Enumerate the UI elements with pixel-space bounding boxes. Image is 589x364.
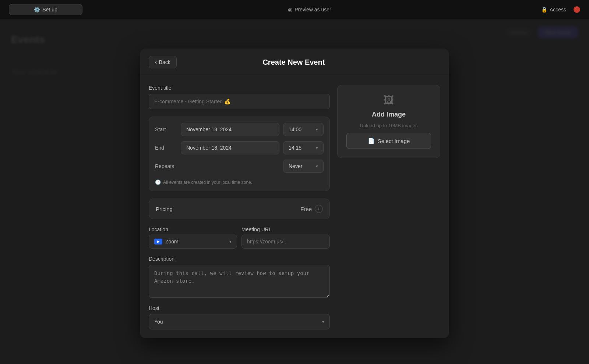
modal-overlay: ‹ Back Create New Event Event title xyxy=(0,38,589,364)
file-icon: 📄 xyxy=(368,138,375,144)
end-date-value: November 18, 2024 xyxy=(186,145,232,151)
select-image-label: Select Image xyxy=(378,138,410,144)
image-placeholder-icon: 🖼 xyxy=(384,94,394,106)
modal-body: Event title Start November 18, 2024 xyxy=(140,76,449,338)
access-label: Access xyxy=(550,7,566,13)
meeting-url-label: Meeting URL xyxy=(241,226,330,232)
create-event-modal: ‹ Back Create New Event Event title xyxy=(140,49,449,338)
start-time-select[interactable]: 14:00 ▾ xyxy=(283,123,324,136)
host-section: Host You ▾ xyxy=(149,305,330,329)
timezone-text: All events are created in your local tim… xyxy=(163,180,252,185)
meeting-url-input[interactable] xyxy=(241,235,330,249)
event-title-input[interactable] xyxy=(149,94,330,109)
timezone-notice: 🕐 All events are created in your local t… xyxy=(155,178,324,185)
location-row: Location ▶ Zoom ▾ Meetin xyxy=(149,226,330,249)
modal-title: Create New Event xyxy=(262,58,325,67)
right-controls: Settings New event xyxy=(504,26,578,38)
end-time-select[interactable]: 14:15 ▾ xyxy=(283,141,324,154)
start-date-select[interactable]: November 18, 2024 xyxy=(181,123,279,136)
description-section: Description During this call, we will re… xyxy=(149,256,330,298)
gear-icon: ⚙️ xyxy=(34,7,40,13)
description-label: Description xyxy=(149,256,330,262)
repeats-select[interactable]: Never ▾ xyxy=(283,160,324,173)
location-value: Zoom xyxy=(165,239,179,245)
chevron-down-icon: ▾ xyxy=(322,320,324,324)
end-date-select[interactable]: November 18, 2024 xyxy=(181,141,279,154)
top-nav: ⚙️ Set up ◎ Preview as user 🔒 Access 🚫 xyxy=(0,0,589,19)
location-label: Location xyxy=(149,226,237,232)
zoom-icon: ▶ xyxy=(154,239,162,245)
nav-left: ⚙️ Set up xyxy=(9,4,82,15)
chevron-down-icon: ▾ xyxy=(229,239,232,244)
start-date-value: November 18, 2024 xyxy=(186,126,232,132)
add-image-title: Add Image xyxy=(372,111,406,118)
preview-label: Preview as user xyxy=(294,7,331,13)
form-section: Event title Start November 18, 2024 xyxy=(149,85,330,329)
settings-pill: Settings xyxy=(504,28,533,38)
description-textarea[interactable]: During this call, we will review how to … xyxy=(149,265,330,298)
preview-button[interactable]: ◎ Preview as user xyxy=(282,4,337,15)
new-event-bg-button: New event xyxy=(538,26,578,38)
image-card: 🖼 Add Image Upload up to 10MB images 📄 S… xyxy=(337,85,440,158)
left-arrow-icon: ‹ xyxy=(155,59,157,65)
chevron-down-icon: ▾ xyxy=(316,146,318,150)
start-row: Start November 18, 2024 14:00 ▾ xyxy=(155,123,324,136)
nav-right: 🔒 Access 🚫 xyxy=(537,4,580,15)
pricing-card[interactable]: Pricing Free + xyxy=(149,199,330,219)
host-select[interactable]: You ▾ xyxy=(149,314,330,329)
start-time-value: 14:00 xyxy=(289,126,301,132)
back-button[interactable]: ‹ Back xyxy=(149,56,177,68)
image-panel: 🖼 Add Image Upload up to 10MB images 📄 S… xyxy=(337,85,440,329)
select-image-button[interactable]: 📄 Select Image xyxy=(346,133,431,149)
start-label: Start xyxy=(155,126,177,132)
datetime-card: Start November 18, 2024 14:00 ▾ End xyxy=(149,117,330,191)
pricing-label: Pricing xyxy=(156,206,173,212)
host-label: Host xyxy=(149,305,330,311)
nav-center: ◎ Preview as user xyxy=(282,4,337,15)
ban-icon: 🚫 xyxy=(574,6,580,13)
back-label: Back xyxy=(159,59,170,65)
meeting-url-col: Meeting URL xyxy=(241,226,330,249)
access-button[interactable]: 🔒 Access xyxy=(537,4,571,15)
location-select[interactable]: ▶ Zoom ▾ xyxy=(149,235,237,249)
event-title-group: Event title xyxy=(149,85,330,109)
host-value: You xyxy=(154,319,163,325)
location-col: Location ▶ Zoom ▾ xyxy=(149,226,237,249)
modal-header: ‹ Back Create New Event xyxy=(140,49,449,76)
location-section: Location ▶ Zoom ▾ Meetin xyxy=(149,226,330,249)
event-title-label: Event title xyxy=(149,85,330,91)
clock-icon: 🕐 xyxy=(155,179,161,185)
end-row: End November 18, 2024 14:15 ▾ xyxy=(155,141,324,154)
pricing-value: Free xyxy=(300,206,312,212)
end-time-value: 14:15 xyxy=(289,145,301,151)
repeats-value: Never xyxy=(289,163,302,169)
lock-icon: 🔒 xyxy=(541,7,547,13)
setup-label: Set up xyxy=(42,7,57,13)
repeats-label: Repeats xyxy=(155,163,177,169)
end-label: End xyxy=(155,145,177,151)
setup-button[interactable]: ⚙️ Set up xyxy=(9,4,82,15)
background-area: Events Your schedule Settings New event … xyxy=(0,19,589,364)
image-upload-subtitle: Upload up to 10MB images xyxy=(360,123,418,128)
add-pricing-button[interactable]: + xyxy=(315,205,323,213)
eye-icon: ◎ xyxy=(288,7,292,13)
chevron-down-icon: ▾ xyxy=(316,164,318,169)
pricing-value-group: Free + xyxy=(300,205,323,213)
chevron-down-icon: ▾ xyxy=(316,127,318,132)
repeats-row: Repeats Never ▾ xyxy=(155,160,324,173)
